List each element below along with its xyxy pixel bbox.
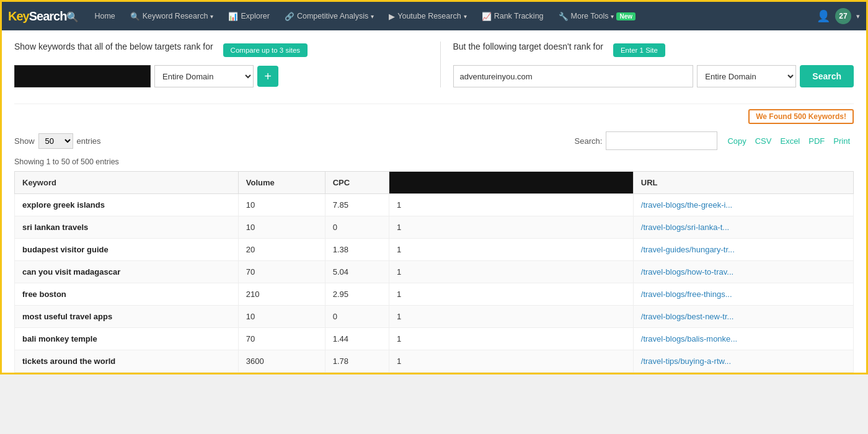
navbar: KeySearch🔍 Home 🔍 Keyword Research ▾ 📊 E…: [2, 2, 866, 30]
nav-more-tools[interactable]: 🔧 More Tools ▾ New: [552, 8, 642, 25]
volume-cell: 70: [238, 328, 325, 350]
nav-youtube-research[interactable]: ▶ Youtube Research ▾: [383, 8, 472, 25]
cpc-cell: 2.95: [325, 283, 389, 306]
controls-row: Show 50 25 100 entries Search: Copy CSV …: [14, 126, 854, 155]
volume-cell: 210: [238, 283, 325, 306]
chart-icon: 📊: [228, 12, 238, 21]
copy-button[interactable]: Copy: [724, 135, 750, 147]
right-input-row: Entire Domain Search: [453, 65, 854, 87]
rank-cell: 1: [389, 306, 633, 328]
chevron-down-icon: ▾: [371, 13, 374, 20]
cpc-cell: 5.04: [325, 261, 389, 283]
cpc-cell: 1.78: [325, 350, 389, 373]
volume-cell: 10: [238, 306, 325, 328]
search-button[interactable]: Search: [800, 65, 854, 87]
rank-cell: 1: [389, 261, 633, 283]
keyword-cell: most useful travel apps: [15, 306, 239, 328]
table-row: tickets around the world 3600 1.78 1 /tr…: [15, 350, 854, 373]
col-keyword[interactable]: Keyword: [15, 172, 239, 194]
right-section-header: But the following target doesn't rank fo…: [453, 42, 854, 59]
table-search-control: Search:: [575, 131, 718, 150]
print-button[interactable]: Print: [830, 135, 854, 147]
excel-button[interactable]: Excel: [776, 135, 804, 147]
url-cell[interactable]: /travel-blogs/the-greek-i...: [633, 194, 853, 216]
table-row: budapest visitor guide 20 1.38 1 /travel…: [15, 239, 854, 261]
left-domain-input[interactable]: [14, 65, 151, 87]
right-domain-input[interactable]: [453, 65, 694, 87]
right-panel-label: But the following target doesn't rank fo…: [453, 42, 603, 51]
trending-icon: 📈: [482, 12, 492, 21]
table-row: most useful travel apps 10 0 1 /travel-b…: [15, 306, 854, 328]
keyword-cell: sri lankan travels: [15, 216, 239, 239]
url-cell[interactable]: /travel-guides/hungary-tr...: [633, 239, 853, 261]
col-url[interactable]: URL: [633, 172, 853, 194]
nav-keyword-research[interactable]: 🔍 Keyword Research ▾: [124, 8, 220, 25]
rank-cell: 1: [389, 239, 633, 261]
url-cell[interactable]: /travel-blogs/balis-monke...: [633, 328, 853, 350]
left-input-row: Entire Domain +: [14, 65, 415, 87]
compare-button[interactable]: Compare up to 3 sites: [223, 43, 308, 57]
keyword-cell: free boston: [15, 283, 239, 306]
keyword-cell: tickets around the world: [15, 350, 239, 373]
rank-cell: 1: [389, 216, 633, 239]
rank-cell: 1: [389, 283, 633, 306]
rank-cell: 1: [389, 194, 633, 216]
left-panel: Show keywords that all of the below targ…: [14, 42, 428, 87]
nav-dropdown-icon[interactable]: ▾: [856, 12, 860, 20]
url-cell[interactable]: /travel-tips/buying-a-rtw...: [633, 350, 853, 373]
enter-site-button[interactable]: Enter 1 Site: [613, 43, 665, 57]
table-search-input[interactable]: [606, 131, 717, 150]
csv-button[interactable]: CSV: [751, 135, 776, 147]
right-panel: But the following target doesn't rank fo…: [453, 42, 854, 87]
chevron-down-icon: ▾: [464, 13, 467, 20]
nav-home[interactable]: Home: [88, 8, 121, 24]
nav-count[interactable]: 27: [835, 8, 851, 24]
col-volume[interactable]: Volume: [238, 172, 325, 194]
results-table: Keyword Volume CPC URL explore greek isl…: [14, 171, 854, 373]
pdf-button[interactable]: PDF: [805, 135, 828, 147]
nav-explorer[interactable]: 📊 Explorer: [222, 8, 276, 25]
table-row: free boston 210 2.95 1 /travel-blogs/fre…: [15, 283, 854, 306]
table-row: sri lankan travels 10 0 1 /travel-blogs/…: [15, 216, 854, 239]
nav-competitive-analysis[interactable]: 🔗 Competitive Analysis ▾: [278, 8, 380, 25]
left-domain-select[interactable]: Entire Domain: [154, 65, 254, 87]
url-cell[interactable]: /travel-blogs/sri-lanka-t...: [633, 216, 853, 239]
results-bar: We Found 500 Keywords!: [14, 104, 854, 126]
new-badge: New: [616, 12, 636, 20]
show-entries-control: Show 50 25 100 entries: [14, 133, 101, 149]
entries-label: entries: [77, 136, 101, 146]
table-row: explore greek islands 10 7.85 1 /travel-…: [15, 194, 854, 216]
cpc-cell: 1.38: [325, 239, 389, 261]
volume-cell: 10: [238, 216, 325, 239]
add-site-button[interactable]: +: [257, 66, 278, 87]
show-label: Show: [14, 136, 35, 146]
col-hidden: [389, 172, 633, 194]
cpc-cell: 0: [325, 306, 389, 328]
url-cell[interactable]: /travel-blogs/how-to-trav...: [633, 261, 853, 283]
keyword-cell: can you visit madagascar: [15, 261, 239, 283]
table-header-row: Keyword Volume CPC URL: [15, 172, 854, 194]
right-domain-select[interactable]: Entire Domain: [697, 65, 796, 87]
entries-select[interactable]: 50 25 100: [38, 133, 73, 149]
video-icon: ▶: [389, 12, 395, 21]
volume-cell: 3600: [238, 350, 325, 373]
url-cell[interactable]: /travel-blogs/best-new-tr...: [633, 306, 853, 328]
col-cpc[interactable]: CPC: [325, 172, 389, 194]
left-section-header: Show keywords that all of the below targ…: [14, 42, 415, 59]
user-icon[interactable]: 👤: [817, 9, 830, 23]
keyword-cell: bali monkey temple: [15, 328, 239, 350]
nav-rank-tracking[interactable]: 📈 Rank Tracking: [476, 8, 550, 25]
chevron-down-icon: ▾: [210, 13, 213, 20]
rank-cell: 1: [389, 328, 633, 350]
showing-text: Showing 1 to 50 of 500 entries: [14, 155, 854, 171]
volume-cell: 10: [238, 194, 325, 216]
url-cell[interactable]: /travel-blogs/free-things...: [633, 283, 853, 306]
left-panel-label: Show keywords that all of the below targ…: [14, 42, 213, 51]
logo[interactable]: KeySearch🔍: [8, 9, 78, 24]
keyword-cell: budapest visitor guide: [15, 239, 239, 261]
found-keywords-badge: We Found 500 Keywords!: [748, 109, 854, 124]
keyword-cell: explore greek islands: [15, 194, 239, 216]
chevron-down-icon: ▾: [611, 13, 614, 20]
link-icon: 🔗: [285, 12, 294, 21]
volume-cell: 70: [238, 261, 325, 283]
